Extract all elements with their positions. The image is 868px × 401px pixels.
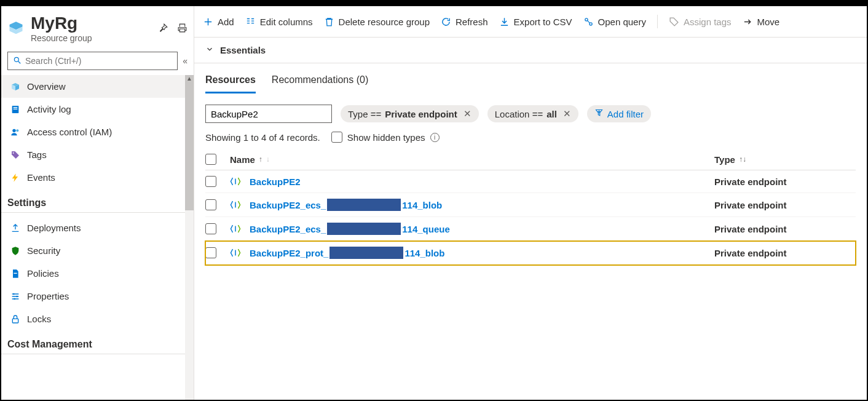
download-icon — [499, 17, 510, 27]
filter-pill-location[interactable]: Location == all ✕ — [487, 105, 578, 122]
sidebar-item-overview[interactable]: Overview — [1, 75, 194, 98]
svg-point-10 — [16, 295, 18, 297]
pin-icon[interactable] — [158, 23, 168, 35]
resource-link[interactable]: BackupPE2_ecs_114_queue — [250, 223, 450, 235]
close-icon[interactable]: ✕ — [561, 108, 571, 119]
resource-group-icon — [7, 20, 25, 38]
sidebar-item-events[interactable]: Events — [1, 166, 194, 189]
main-content: Add Edit columns Delete resource group R… — [194, 6, 867, 400]
row-checkbox[interactable] — [205, 176, 216, 187]
sidebar-item-activity-log[interactable]: Activity log — [1, 98, 194, 121]
tag-icon — [10, 150, 21, 160]
chevron-down-icon — [205, 45, 214, 55]
resource-type: Private endpoint — [714, 200, 856, 210]
redacted-text — [327, 199, 401, 211]
nav-label: Access control (IAM) — [27, 127, 112, 137]
svg-rect-3 — [14, 107, 18, 108]
nav-label: Tags — [27, 149, 47, 160]
trash-icon — [324, 17, 334, 27]
resource-type: Private endpoint — [714, 224, 856, 234]
book-icon — [10, 105, 21, 114]
tag-icon — [669, 17, 679, 27]
resource-type: Private endpoint — [714, 248, 856, 258]
tabs: Resources Recommendations (0) — [194, 63, 867, 93]
resource-link[interactable]: BackupPE2_prot_114_blob — [250, 247, 444, 259]
assign-tags-button: Assign tags — [669, 17, 732, 27]
record-count: Showing 1 to 4 of 4 records. — [205, 132, 320, 143]
move-button[interactable]: Move — [743, 17, 780, 27]
add-filter-icon — [594, 108, 604, 119]
plus-icon — [203, 17, 213, 27]
svg-rect-4 — [14, 108, 18, 109]
export-button[interactable]: Export to CSV — [499, 17, 572, 27]
separator — [657, 15, 658, 28]
sidebar: MyRg Resource group « ▲ Overview — [1, 6, 194, 400]
table-row: BackupPE2_prot_114_blob Private endpoint — [205, 241, 856, 265]
row-checkbox[interactable] — [205, 223, 216, 234]
nav-label: Security — [27, 245, 60, 256]
sidebar-item-deployments[interactable]: Deployments — [1, 216, 194, 239]
scrollbar-thumb[interactable] — [185, 75, 194, 210]
collapse-sidebar-icon[interactable]: « — [183, 56, 187, 66]
sliders-icon — [10, 292, 21, 301]
row-checkbox[interactable] — [205, 247, 216, 258]
resources-table: Name ↑ ↓ Type ↑↓ BackupPE2 Private endpo… — [194, 149, 867, 265]
nav-label: Events — [27, 172, 55, 183]
row-checkbox[interactable] — [205, 199, 216, 210]
nav-label: Policies — [27, 268, 59, 279]
resource-link[interactable]: BackupPE2_ecs_114_blob — [250, 199, 442, 211]
table-row: BackupPE2_ecs_114_blob Private endpoint — [205, 193, 856, 217]
info-icon[interactable]: i — [430, 133, 440, 142]
sidebar-item-tags[interactable]: Tags — [1, 143, 194, 166]
private-endpoint-icon — [230, 223, 242, 234]
resource-link[interactable]: BackupPE2 — [250, 177, 301, 187]
resource-header: MyRg Resource group — [1, 6, 194, 46]
sort-asc-icon: ↑ — [259, 155, 262, 164]
sidebar-search[interactable] — [7, 52, 178, 70]
filter-bar: Type == Private endpoint ✕ Location == a… — [194, 93, 867, 129]
cost-heading: Cost Management — [1, 330, 189, 354]
shield-icon — [10, 246, 21, 256]
open-query-button[interactable]: Open query — [583, 17, 646, 27]
refresh-button[interactable]: Refresh — [441, 17, 488, 27]
svg-point-5 — [12, 129, 15, 132]
search-input[interactable] — [25, 56, 172, 66]
add-button[interactable]: Add — [203, 17, 234, 27]
svg-point-11 — [14, 298, 15, 300]
filter-search-input[interactable] — [205, 105, 332, 123]
svg-rect-12 — [12, 319, 18, 323]
table-header: Name ↑ ↓ Type ↑↓ — [205, 149, 856, 170]
delete-button[interactable]: Delete resource group — [324, 17, 430, 27]
filter-pill-type[interactable]: Type == Private endpoint ✕ — [341, 105, 479, 122]
sidebar-item-policies[interactable]: Policies — [1, 262, 194, 285]
status-bar: Showing 1 to 4 of 4 records. Show hidden… — [194, 129, 867, 149]
toolbar: Add Edit columns Delete resource group R… — [194, 6, 867, 38]
svg-point-0 — [14, 57, 18, 62]
add-filter-button[interactable]: Add filter — [587, 105, 651, 122]
close-icon[interactable]: ✕ — [461, 108, 471, 119]
edit-columns-button[interactable]: Edit columns — [245, 17, 313, 27]
col-header-type[interactable]: Type ↑↓ — [714, 154, 856, 165]
essentials-toggle[interactable]: Essentials — [194, 38, 867, 63]
tab-recommendations[interactable]: Recommendations (0) — [272, 74, 368, 93]
show-hidden-checkbox[interactable] — [331, 132, 342, 143]
sidebar-item-locks[interactable]: Locks — [1, 308, 194, 330]
select-all-checkbox[interactable] — [205, 154, 216, 165]
cube-icon — [10, 82, 21, 92]
settings-heading: Settings — [1, 189, 189, 213]
sidebar-item-security[interactable]: Security — [1, 239, 194, 262]
nav-label: Deployments — [27, 223, 81, 233]
sidebar-item-access-control[interactable]: Access control (IAM) — [1, 121, 194, 143]
nav-label: Properties — [27, 291, 69, 301]
private-endpoint-icon — [230, 247, 242, 258]
table-row: BackupPE2 Private endpoint — [205, 170, 856, 193]
col-header-name[interactable]: Name ↑ ↓ — [230, 154, 714, 165]
query-icon — [583, 17, 594, 27]
print-icon[interactable] — [177, 23, 187, 35]
redacted-text — [327, 223, 401, 235]
sidebar-item-properties[interactable]: Properties — [1, 285, 194, 308]
tab-resources[interactable]: Resources — [205, 74, 256, 93]
redacted-text — [329, 247, 403, 259]
scroll-up-icon[interactable]: ▲ — [186, 75, 192, 82]
refresh-icon — [441, 17, 451, 27]
